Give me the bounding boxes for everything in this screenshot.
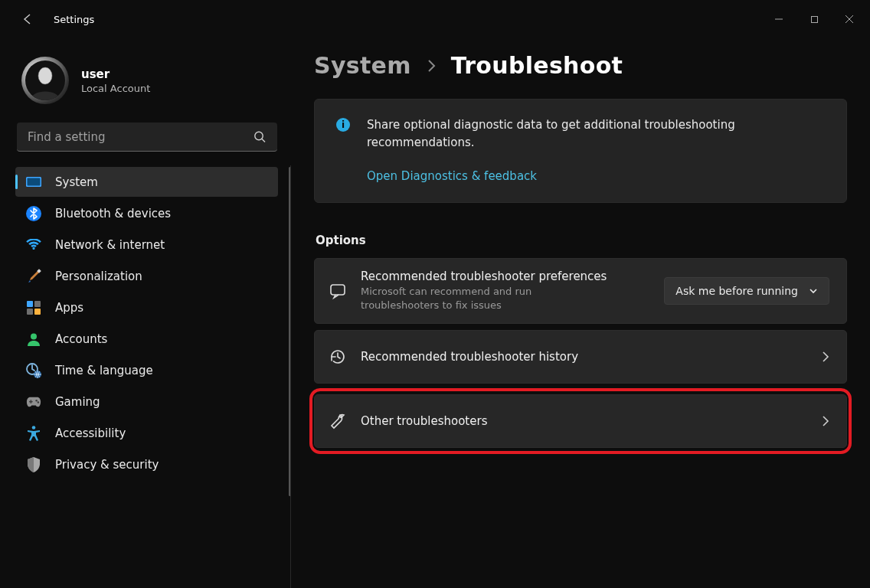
sidebar-item-system[interactable]: System — [15, 167, 278, 197]
sidebar: user Local Account System Bluetooth & de… — [0, 38, 291, 588]
svg-rect-14 — [34, 301, 41, 307]
breadcrumb-parent[interactable]: System — [314, 52, 411, 79]
card-other-troubleshooters[interactable]: Other troubleshooters — [314, 394, 847, 448]
preferences-dropdown[interactable]: Ask me before running — [664, 277, 829, 305]
titlebar: Settings — [0, 0, 870, 38]
minimize-button[interactable] — [761, 7, 796, 31]
sidebar-item-label: System — [55, 175, 98, 189]
back-button[interactable] — [17, 8, 38, 30]
sidebar-item-label: Gaming — [55, 395, 100, 409]
chevron-right-icon — [427, 59, 436, 73]
person-icon — [26, 332, 41, 347]
wrench-icon — [315, 413, 361, 430]
breadcrumb-current: Troubleshoot — [451, 52, 623, 79]
sidebar-scrollbar[interactable] — [289, 167, 291, 496]
sidebar-item-label: Bluetooth & devices — [55, 207, 171, 220]
card-troubleshooter-preferences[interactable]: Recommended troubleshooter preferences M… — [314, 258, 847, 324]
diagnostic-info-card: i Share optional diagnostic data to get … — [314, 99, 847, 203]
avatar — [21, 57, 69, 104]
sidebar-item-label: Personalization — [55, 270, 142, 283]
chat-icon — [315, 283, 361, 299]
sidebar-item-label: Network & internet — [55, 238, 165, 252]
user-name: user — [81, 67, 150, 81]
svg-point-8 — [255, 132, 263, 139]
open-diagnostics-link[interactable]: Open Diagnostics & feedback — [367, 168, 537, 185]
sidebar-item-network-internet[interactable]: Network & internet — [15, 230, 278, 260]
accessibility-icon — [26, 426, 41, 441]
svg-rect-1 — [811, 16, 817, 22]
search-input[interactable] — [17, 122, 277, 152]
svg-point-20 — [35, 399, 38, 401]
svg-rect-23 — [31, 400, 31, 403]
card-title: Recommended troubleshooter preferences — [361, 270, 664, 283]
apps-icon — [26, 300, 41, 315]
card-title: Recommended troubleshooter history — [361, 350, 822, 364]
svg-line-9 — [262, 139, 265, 142]
chevron-right-icon — [822, 415, 829, 427]
svg-rect-25 — [331, 285, 345, 295]
sidebar-item-apps[interactable]: Apps — [15, 292, 278, 322]
sidebar-item-time-language[interactable]: Time & language — [15, 355, 278, 385]
svg-rect-16 — [34, 309, 41, 315]
breadcrumb: System Troubleshoot — [314, 52, 847, 79]
sidebar-item-label: Accounts — [55, 332, 107, 346]
user-account-type: Local Account — [81, 83, 150, 94]
sidebar-item-label: Apps — [55, 301, 83, 315]
clock-globe-icon — [26, 363, 41, 378]
content-pane: System Troubleshoot i Share optional dia… — [291, 38, 870, 588]
paintbrush-icon — [26, 269, 41, 284]
section-title-options: Options — [316, 234, 847, 247]
card-troubleshooter-history[interactable]: Recommended troubleshooter history — [314, 330, 847, 384]
svg-rect-15 — [27, 309, 33, 315]
gamepad-icon — [26, 394, 41, 410]
chevron-right-icon — [822, 351, 829, 363]
svg-rect-11 — [28, 178, 41, 185]
maximize-button[interactable] — [796, 7, 832, 31]
sidebar-item-gaming[interactable]: Gaming — [15, 387, 278, 416]
nav-list: System Bluetooth & devices Network & int… — [15, 165, 291, 588]
sidebar-item-bluetooth-devices[interactable]: Bluetooth & devices — [15, 198, 278, 228]
system-icon — [26, 175, 41, 190]
sidebar-item-accessibility[interactable]: Accessibility — [15, 418, 278, 448]
svg-point-21 — [38, 401, 40, 403]
dropdown-value: Ask me before running — [675, 285, 798, 297]
search-box[interactable] — [17, 122, 277, 152]
sidebar-item-label: Privacy & security — [55, 458, 159, 472]
search-icon — [253, 131, 267, 144]
wifi-icon — [26, 237, 41, 253]
sidebar-item-label: Time & language — [55, 364, 153, 377]
card-title: Other troubleshooters — [361, 414, 822, 428]
window-controls — [761, 7, 867, 31]
shield-icon — [26, 457, 41, 472]
chevron-down-icon — [809, 287, 818, 295]
sidebar-item-label: Accessibility — [55, 426, 126, 440]
close-button[interactable] — [832, 7, 867, 31]
svg-point-17 — [31, 333, 37, 339]
info-icon: i — [336, 118, 350, 132]
info-text: Share optional diagnostic data to get ad… — [367, 116, 826, 152]
sidebar-item-personalization[interactable]: Personalization — [15, 261, 278, 291]
history-icon — [315, 348, 361, 365]
svg-rect-13 — [27, 301, 33, 307]
svg-point-24 — [32, 426, 36, 430]
window-title: Settings — [54, 14, 94, 25]
user-block[interactable]: user Local Account — [15, 46, 291, 119]
card-subtitle: Microsoft can recommend and run troubles… — [361, 285, 606, 312]
bluetooth-icon — [26, 206, 41, 221]
sidebar-item-privacy-security[interactable]: Privacy & security — [15, 449, 278, 479]
sidebar-item-accounts[interactable]: Accounts — [15, 324, 278, 354]
